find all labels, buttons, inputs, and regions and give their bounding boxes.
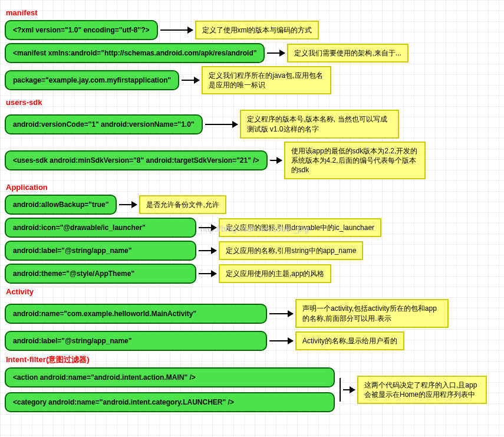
row-xml-decl: <?xml version="1.0" encoding="utf-8"?> 定… [5,20,499,40]
code-package: package="example.jay.com.myfirstapplicat… [5,70,179,90]
arrow-icon [119,204,137,205]
desc-manifest-tag: 定义我们需要使用的架构,来自于... [287,44,408,63]
row-intent-filter-group: <action android:name="android.intent.act… [5,367,499,412]
row-package: package="example.jay.com.myfirstapplicat… [5,66,499,94]
arrow-icon [267,52,285,54]
row-activity-name: android:name="com.example.helloworld.Mai… [5,299,499,327]
desc-xml-decl: 定义了使用xml的版本与编码的方式 [195,21,319,40]
arrow-icon [270,160,282,161]
desc-uses-sdk: 使用该app的最低的sdk版本为2.2,开发的系统版本为4.2,后面的编号代表每… [284,142,426,180]
code-version: android:versionCode="1" android:versionN… [5,114,203,134]
row-uses-sdk: <uses-sdk android:minSdkVersion="8" andr… [5,142,499,180]
code-activity-label: android:label="@string/app_name" [5,331,267,351]
code-intent-action: <action android:name="android.intent.act… [5,367,335,387]
desc-theme: 定义应用使用的主题,app的风格 [219,264,331,283]
section-title-intent-filter: Intent-filter(意图过滤器) [6,354,499,365]
code-theme: android:theme="@style/AppTheme" [5,264,196,284]
code-xml-decl: <?xml version="1.0" encoding="utf-8"?> [5,20,158,40]
code-allow-backup: android:allowBackup="true" [5,195,117,215]
desc-version: 定义程序的版本号,版本名称, 当然也可以写成测试版 v1.0这样的名字 [240,110,399,138]
arrow-icon [160,29,193,31]
code-icon: android:icon="@drawable/ic_launcher" [5,218,196,238]
desc-icon: 定义应用的图标,引用drawable中的ic_launchaer [219,218,381,237]
row-activity-label: android:label="@string/app_name" Activit… [5,331,499,351]
arrow-icon [269,340,293,341]
row-app-label: android:label="@string/app_name" 定义应用的名称… [5,241,499,261]
desc-activity-name: 声明一个activity,包括activity所在的包和app的名称,前面部分可… [295,299,449,327]
arrow-icon [199,273,216,274]
desc-package: 定义我们程序所在的java包,应用包名是应用的唯一标识 [202,66,331,94]
row-manifest-tag: <manifest xmlns:android="http://schemas.… [5,43,499,63]
desc-allow-backup: 是否允许备份文件,允许 [139,195,226,214]
arrow-icon [269,313,293,314]
row-icon: android:icon="@drawable/ic_launcher" 定义应… [5,218,499,238]
arrow-icon [343,389,355,390]
code-uses-sdk: <uses-sdk android:minSdkVersion="8" andr… [5,150,268,170]
section-title-activity: Activity [6,287,499,296]
row-version: android:versionCode="1" android:versionN… [5,110,499,138]
row-theme: android:theme="@style/AppTheme" 定义应用使用的主… [5,264,499,284]
arrow-icon [199,250,216,251]
code-app-label: android:label="@string/app_name" [5,241,196,261]
code-manifest-tag: <manifest xmlns:android="http://schemas.… [5,43,265,63]
section-title-application: Application [6,183,499,192]
arrow-icon [205,124,238,125]
section-title-manifest: manifest [6,8,499,17]
arrow-icon [199,227,216,228]
code-activity-name: android:name="com.example.helloworld.Mai… [5,304,267,324]
desc-app-label: 定义应用的名称,引用string中的app_name [219,241,363,260]
desc-activity-label: Activity的名称,显示给用户看的 [295,331,404,350]
row-allow-backup: android:allowBackup="true" 是否允许备份文件,允许 [5,195,499,215]
section-title-users-sdk: users-sdk [6,98,499,107]
desc-intent-filter: 这两个代码决定了程序的入口,且app会被显示在Home的应用程序列表中 [357,376,487,404]
arrow-icon [182,80,199,81]
code-intent-category: <category android:name="android.intent.c… [5,392,335,412]
